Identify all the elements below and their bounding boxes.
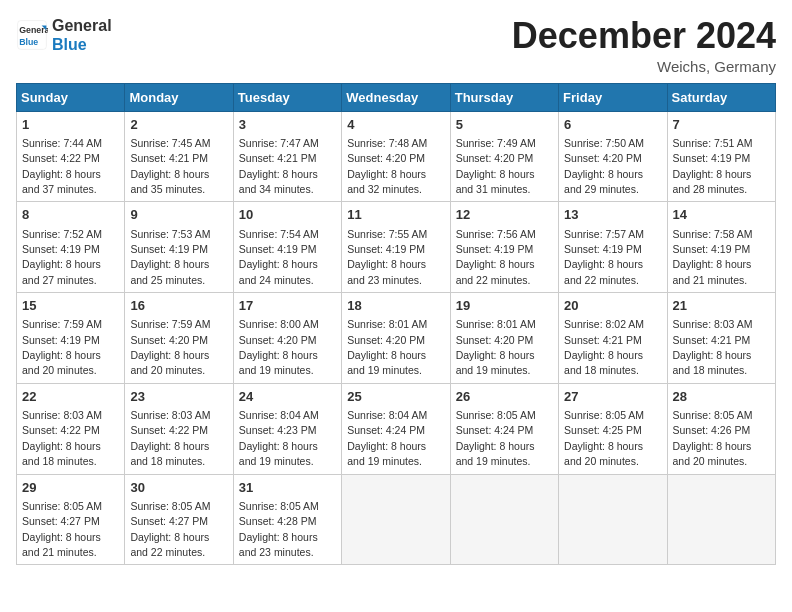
day-number: 17 bbox=[239, 297, 336, 315]
sunset-info: Sunset: 4:20 PM bbox=[347, 152, 425, 164]
calendar-cell: 8Sunrise: 7:52 AMSunset: 4:19 PMDaylight… bbox=[17, 202, 125, 293]
daylight-info: Daylight: 8 hours and 18 minutes. bbox=[673, 349, 752, 376]
daylight-info: Daylight: 8 hours and 22 minutes. bbox=[564, 258, 643, 285]
day-number: 7 bbox=[673, 116, 770, 134]
col-header-friday: Friday bbox=[559, 83, 667, 111]
calendar-cell: 30Sunrise: 8:05 AMSunset: 4:27 PMDayligh… bbox=[125, 474, 233, 565]
daylight-info: Daylight: 8 hours and 19 minutes. bbox=[239, 349, 318, 376]
calendar-week-1: 1Sunrise: 7:44 AMSunset: 4:22 PMDaylight… bbox=[17, 111, 776, 202]
daylight-info: Daylight: 8 hours and 18 minutes. bbox=[130, 440, 209, 467]
calendar-cell: 4Sunrise: 7:48 AMSunset: 4:20 PMDaylight… bbox=[342, 111, 450, 202]
sunrise-info: Sunrise: 7:52 AM bbox=[22, 228, 102, 240]
sunset-info: Sunset: 4:19 PM bbox=[347, 243, 425, 255]
calendar-cell: 29Sunrise: 8:05 AMSunset: 4:27 PMDayligh… bbox=[17, 474, 125, 565]
sunrise-info: Sunrise: 8:01 AM bbox=[456, 318, 536, 330]
sunrise-info: Sunrise: 7:55 AM bbox=[347, 228, 427, 240]
calendar-week-2: 8Sunrise: 7:52 AMSunset: 4:19 PMDaylight… bbox=[17, 202, 776, 293]
sunrise-info: Sunrise: 8:05 AM bbox=[22, 500, 102, 512]
sunset-info: Sunset: 4:21 PM bbox=[673, 334, 751, 346]
col-header-wednesday: Wednesday bbox=[342, 83, 450, 111]
sunset-info: Sunset: 4:19 PM bbox=[456, 243, 534, 255]
sunset-info: Sunset: 4:23 PM bbox=[239, 424, 317, 436]
calendar-cell: 11Sunrise: 7:55 AMSunset: 4:19 PMDayligh… bbox=[342, 202, 450, 293]
calendar-cell: 14Sunrise: 7:58 AMSunset: 4:19 PMDayligh… bbox=[667, 202, 775, 293]
sunrise-info: Sunrise: 7:57 AM bbox=[564, 228, 644, 240]
sunset-info: Sunset: 4:27 PM bbox=[130, 515, 208, 527]
daylight-info: Daylight: 8 hours and 21 minutes. bbox=[673, 258, 752, 285]
day-number: 29 bbox=[22, 479, 119, 497]
calendar-cell: 9Sunrise: 7:53 AMSunset: 4:19 PMDaylight… bbox=[125, 202, 233, 293]
daylight-info: Daylight: 8 hours and 24 minutes. bbox=[239, 258, 318, 285]
sunset-info: Sunset: 4:20 PM bbox=[239, 334, 317, 346]
sunset-info: Sunset: 4:19 PM bbox=[673, 152, 751, 164]
calendar-cell: 15Sunrise: 7:59 AMSunset: 4:19 PMDayligh… bbox=[17, 293, 125, 384]
day-number: 20 bbox=[564, 297, 661, 315]
day-number: 18 bbox=[347, 297, 444, 315]
sunset-info: Sunset: 4:21 PM bbox=[564, 334, 642, 346]
daylight-info: Daylight: 8 hours and 23 minutes. bbox=[239, 531, 318, 558]
day-number: 10 bbox=[239, 206, 336, 224]
day-number: 27 bbox=[564, 388, 661, 406]
sunrise-info: Sunrise: 7:51 AM bbox=[673, 137, 753, 149]
title-block: December 2024 Weichs, Germany bbox=[512, 16, 776, 75]
daylight-info: Daylight: 8 hours and 34 minutes. bbox=[239, 168, 318, 195]
daylight-info: Daylight: 8 hours and 22 minutes. bbox=[130, 531, 209, 558]
sunset-info: Sunset: 4:20 PM bbox=[130, 334, 208, 346]
day-number: 9 bbox=[130, 206, 227, 224]
sunset-info: Sunset: 4:20 PM bbox=[456, 152, 534, 164]
sunset-info: Sunset: 4:19 PM bbox=[130, 243, 208, 255]
sunrise-info: Sunrise: 8:03 AM bbox=[22, 409, 102, 421]
day-number: 24 bbox=[239, 388, 336, 406]
daylight-info: Daylight: 8 hours and 23 minutes. bbox=[347, 258, 426, 285]
calendar-cell: 17Sunrise: 8:00 AMSunset: 4:20 PMDayligh… bbox=[233, 293, 341, 384]
col-header-monday: Monday bbox=[125, 83, 233, 111]
sunrise-info: Sunrise: 7:48 AM bbox=[347, 137, 427, 149]
calendar-week-5: 29Sunrise: 8:05 AMSunset: 4:27 PMDayligh… bbox=[17, 474, 776, 565]
col-header-sunday: Sunday bbox=[17, 83, 125, 111]
sunset-info: Sunset: 4:24 PM bbox=[456, 424, 534, 436]
sunset-info: Sunset: 4:26 PM bbox=[673, 424, 751, 436]
sunset-info: Sunset: 4:24 PM bbox=[347, 424, 425, 436]
day-number: 25 bbox=[347, 388, 444, 406]
calendar-cell: 6Sunrise: 7:50 AMSunset: 4:20 PMDaylight… bbox=[559, 111, 667, 202]
header: General Blue General Blue December 2024 … bbox=[16, 16, 776, 75]
calendar-cell: 23Sunrise: 8:03 AMSunset: 4:22 PMDayligh… bbox=[125, 383, 233, 474]
sunset-info: Sunset: 4:21 PM bbox=[239, 152, 317, 164]
calendar-table: SundayMondayTuesdayWednesdayThursdayFrid… bbox=[16, 83, 776, 566]
calendar-cell bbox=[667, 474, 775, 565]
sunrise-info: Sunrise: 7:47 AM bbox=[239, 137, 319, 149]
daylight-info: Daylight: 8 hours and 29 minutes. bbox=[564, 168, 643, 195]
daylight-info: Daylight: 8 hours and 19 minutes. bbox=[239, 440, 318, 467]
logo-general: General bbox=[52, 16, 112, 35]
day-number: 16 bbox=[130, 297, 227, 315]
daylight-info: Daylight: 8 hours and 20 minutes. bbox=[22, 349, 101, 376]
sunrise-info: Sunrise: 7:53 AM bbox=[130, 228, 210, 240]
sunset-info: Sunset: 4:25 PM bbox=[564, 424, 642, 436]
sunset-info: Sunset: 4:22 PM bbox=[22, 152, 100, 164]
col-header-saturday: Saturday bbox=[667, 83, 775, 111]
day-number: 11 bbox=[347, 206, 444, 224]
calendar-cell: 24Sunrise: 8:04 AMSunset: 4:23 PMDayligh… bbox=[233, 383, 341, 474]
sunset-info: Sunset: 4:19 PM bbox=[239, 243, 317, 255]
calendar-cell: 27Sunrise: 8:05 AMSunset: 4:25 PMDayligh… bbox=[559, 383, 667, 474]
calendar-cell: 16Sunrise: 7:59 AMSunset: 4:20 PMDayligh… bbox=[125, 293, 233, 384]
daylight-info: Daylight: 8 hours and 27 minutes. bbox=[22, 258, 101, 285]
sunrise-info: Sunrise: 7:54 AM bbox=[239, 228, 319, 240]
calendar-cell: 10Sunrise: 7:54 AMSunset: 4:19 PMDayligh… bbox=[233, 202, 341, 293]
calendar-cell: 3Sunrise: 7:47 AMSunset: 4:21 PMDaylight… bbox=[233, 111, 341, 202]
sunset-info: Sunset: 4:19 PM bbox=[673, 243, 751, 255]
sunrise-info: Sunrise: 8:03 AM bbox=[130, 409, 210, 421]
calendar-cell bbox=[450, 474, 558, 565]
daylight-info: Daylight: 8 hours and 20 minutes. bbox=[130, 349, 209, 376]
sunset-info: Sunset: 4:21 PM bbox=[130, 152, 208, 164]
calendar-cell: 19Sunrise: 8:01 AMSunset: 4:20 PMDayligh… bbox=[450, 293, 558, 384]
day-number: 14 bbox=[673, 206, 770, 224]
daylight-info: Daylight: 8 hours and 32 minutes. bbox=[347, 168, 426, 195]
calendar-header: SundayMondayTuesdayWednesdayThursdayFrid… bbox=[17, 83, 776, 111]
calendar-cell: 2Sunrise: 7:45 AMSunset: 4:21 PMDaylight… bbox=[125, 111, 233, 202]
daylight-info: Daylight: 8 hours and 19 minutes. bbox=[456, 440, 535, 467]
calendar-cell: 28Sunrise: 8:05 AMSunset: 4:26 PMDayligh… bbox=[667, 383, 775, 474]
day-number: 19 bbox=[456, 297, 553, 315]
sunrise-info: Sunrise: 8:01 AM bbox=[347, 318, 427, 330]
daylight-info: Daylight: 8 hours and 20 minutes. bbox=[564, 440, 643, 467]
